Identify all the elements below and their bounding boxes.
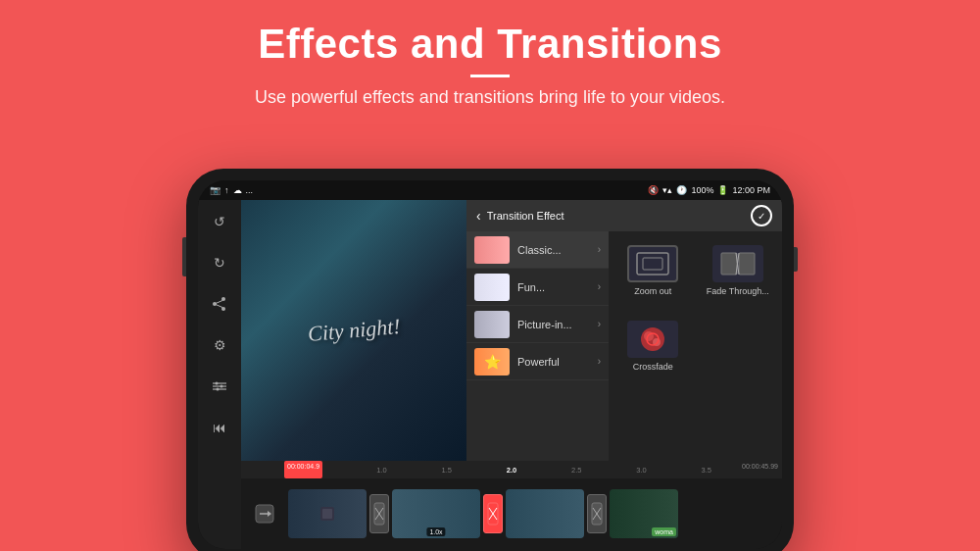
effect-thumb-zoom-out [627, 245, 678, 282]
left-sidebar: ↺ ↻ ⚙ [198, 200, 241, 549]
category-item-powerful[interactable]: ⭐ Powerful › [466, 343, 609, 380]
timeline-area: 00:00:04.9 0.5 1.0 1.5 2.0 2.5 3.0 3.5 0… [241, 461, 782, 549]
back-button[interactable]: ‹ [476, 208, 481, 224]
undo-button[interactable]: ↺ [206, 208, 233, 235]
svg-rect-12 [643, 258, 662, 270]
panel-title: Transition Effect [487, 210, 564, 222]
panel-header: ‹ Transition Effect ✓ [466, 200, 782, 231]
category-label-powerful: Powerful [517, 356, 590, 368]
ruler-mark: 1.0 [349, 466, 414, 475]
ruler-marks: 0.5 1.0 1.5 2.0 2.5 3.0 3.5 [284, 466, 739, 475]
stars-icon: ⭐ [484, 354, 501, 370]
category-thumb-picture [474, 311, 510, 338]
transition-marker-1[interactable] [369, 494, 389, 533]
panel-header-left: ‹ Transition Effect [476, 208, 564, 224]
battery-level: 100% [691, 185, 713, 195]
settings-button[interactable]: ⚙ [206, 331, 233, 359]
category-arrow-picture: › [598, 319, 601, 329]
volume-button [182, 237, 186, 276]
timeline-track: 1.0x [241, 478, 782, 549]
category-label-classic: Classic... [517, 244, 590, 256]
svg-point-2 [213, 302, 217, 306]
title-divider [470, 75, 510, 77]
share-button[interactable] [206, 290, 233, 318]
effect-item-fade-through[interactable]: Fade Through... [700, 237, 777, 305]
phone-screen: 📷 ↑ ☁ ... 🔇 ▾▴ 🕐 100% 🔋 12:00 PM [198, 180, 782, 549]
more-icon: ... [246, 185, 254, 195]
ruler-mark: 2.0 [479, 466, 544, 475]
effect-item-zoom-out[interactable]: Zoom out [614, 237, 692, 305]
track-clip-3[interactable] [506, 489, 584, 538]
transition-marker-2[interactable] [483, 494, 503, 533]
category-item-classic[interactable]: Classic... › [466, 231, 609, 269]
video-background: City night! [241, 200, 466, 461]
category-label-picture: Picture-in... [517, 319, 590, 330]
category-list: Classic... › Fun... [466, 231, 609, 461]
panel-content: Classic... › Fun... [466, 231, 782, 461]
transition-panel: ‹ Transition Effect ✓ [466, 200, 782, 461]
speed-badge: 1.0x [426, 527, 445, 536]
phone-outer-shell: 📷 ↑ ☁ ... 🔇 ▾▴ 🕐 100% 🔋 12:00 PM [186, 169, 794, 551]
svg-line-4 [216, 305, 222, 308]
cloud-icon: ☁ [233, 185, 242, 195]
svg-point-8 [216, 382, 219, 385]
confirm-button[interactable]: ✓ [751, 205, 772, 226]
time-display: 12:00 PM [732, 185, 770, 195]
clock-icon: 🕐 [676, 185, 687, 195]
end-time-label: 00:00:45.99 [742, 463, 778, 470]
effect-item-crossfade[interactable]: Crossfade [614, 313, 692, 380]
category-arrow-classic: › [598, 244, 601, 255]
current-time-indicator: 00:00:04.9 [284, 461, 322, 478]
skip-back-button[interactable]: ⏮ [206, 414, 233, 441]
effects-grid: Zoom out [609, 231, 782, 461]
effect-thumb-fade-through [712, 245, 763, 282]
battery-icon: 🔋 [717, 185, 728, 195]
svg-rect-25 [322, 509, 332, 519]
effect-label-zoom-out: Zoom out [634, 286, 671, 296]
track-content: 1.0x [288, 486, 780, 541]
mixer-button[interactable] [206, 373, 233, 400]
track-clip-2[interactable]: 1.0x [392, 489, 480, 538]
video-preview: City night! [241, 200, 466, 461]
svg-rect-13 [721, 253, 737, 275]
redo-button[interactable]: ↻ [206, 249, 233, 276]
effect-label-crossfade: Crossfade [633, 362, 673, 372]
category-arrow-fun: › [598, 281, 601, 292]
status-bar-right: 🔇 ▾▴ 🕐 100% 🔋 12:00 PM [648, 185, 770, 195]
watermark-badge: woma [652, 527, 676, 536]
category-label-fun: Fun... [517, 281, 590, 293]
status-bar-left: 📷 ↑ ☁ ... [210, 185, 253, 195]
category-thumb-fun [474, 274, 510, 301]
category-thumb-powerful: ⭐ [474, 348, 510, 376]
category-item-picture[interactable]: Picture-in... › [466, 306, 609, 343]
ruler-mark: 3.5 [674, 466, 739, 475]
category-item-fun[interactable]: Fun... › [466, 269, 609, 306]
camera-icon: 📷 [210, 185, 220, 195]
svg-line-3 [216, 301, 222, 304]
transition-marker-3[interactable] [587, 494, 607, 533]
ruler-mark: 1.5 [415, 466, 479, 475]
app-area: ↺ ↻ ⚙ [198, 200, 782, 549]
video-overlay-text: City night! [307, 314, 402, 347]
power-button [794, 247, 798, 272]
wifi-icon: ▾▴ [662, 185, 672, 195]
timeline-ruler: 00:00:04.9 0.5 1.0 1.5 2.0 2.5 3.0 3.5 0… [241, 461, 782, 478]
status-bar: 📷 ↑ ☁ ... 🔇 ▾▴ 🕐 100% 🔋 12:00 PM [198, 180, 782, 200]
svg-rect-11 [637, 253, 668, 275]
track-clip-4[interactable]: woma [610, 489, 678, 538]
track-left-icons [243, 504, 286, 524]
page-title: Effects and Transitions [255, 22, 725, 67]
track-clip-1[interactable] [288, 489, 367, 538]
svg-rect-14 [739, 253, 755, 275]
mute-icon: 🔇 [648, 185, 659, 195]
ruler-mark: 2.5 [544, 466, 609, 475]
svg-point-9 [220, 385, 223, 388]
effect-thumb-crossfade [627, 321, 678, 358]
upload-icon: ↑ [224, 185, 229, 195]
category-thumb-classic [474, 236, 510, 264]
header-section: Effects and Transitions Use powerful eff… [255, 0, 725, 108]
effect-label-fade-through: Fade Through... [707, 286, 769, 296]
page-subtitle: Use powerful effects and transitions bri… [255, 87, 725, 108]
phone-mockup: 📷 ↑ ☁ ... 🔇 ▾▴ 🕐 100% 🔋 12:00 PM [186, 169, 794, 551]
ruler-mark: 3.0 [609, 466, 673, 475]
